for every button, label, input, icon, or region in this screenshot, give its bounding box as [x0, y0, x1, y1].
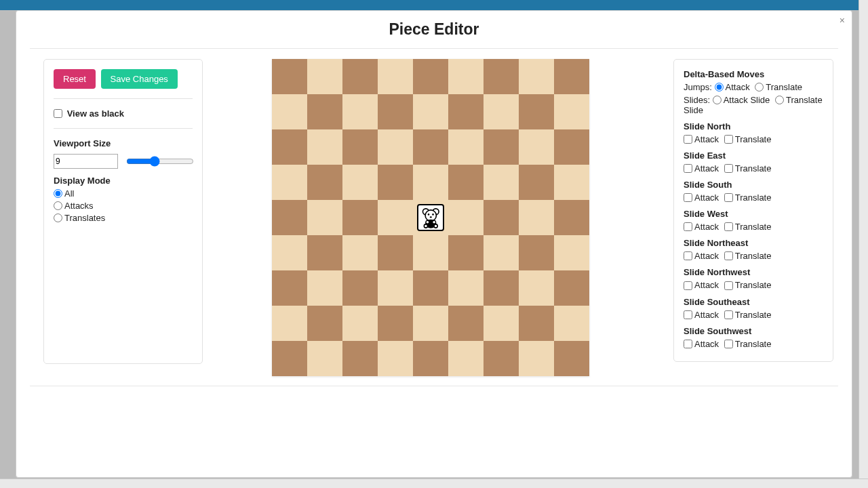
display-mode-radio[interactable] [54, 201, 62, 210]
jump-radio[interactable] [715, 83, 724, 92]
slide-east-attack-checkbox[interactable] [684, 164, 692, 173]
board-square[interactable] [378, 129, 413, 165]
bear-piece-icon[interactable] [417, 204, 445, 232]
board-square[interactable] [272, 306, 307, 341]
board-square[interactable] [413, 306, 448, 341]
board-square[interactable] [307, 270, 342, 306]
board-square[interactable] [554, 94, 589, 129]
board-square[interactable] [519, 165, 554, 200]
board-square[interactable] [342, 200, 378, 235]
board-square[interactable] [448, 200, 484, 235]
board-square[interactable] [307, 129, 342, 165]
board-square[interactable] [413, 235, 448, 270]
board-square[interactable] [448, 341, 484, 376]
board-square[interactable] [272, 59, 307, 94]
save-button[interactable]: Save Changes [101, 69, 178, 89]
slide-northwest-translate-checkbox[interactable] [724, 281, 733, 290]
slide-southeast-attack-checkbox[interactable] [684, 310, 692, 319]
board-square[interactable] [378, 94, 413, 129]
slide-northeast-translate[interactable]: Translate [724, 251, 772, 261]
display-mode-radio[interactable] [54, 214, 62, 222]
slide-northeast-attack-checkbox[interactable] [684, 251, 692, 260]
slide-west-attack-checkbox[interactable] [684, 222, 692, 231]
board-square[interactable] [519, 129, 554, 165]
slide-north-translate[interactable]: Translate [724, 134, 772, 144]
jump-radio[interactable] [755, 83, 764, 92]
slide-west-translate[interactable]: Translate [724, 222, 772, 232]
board-square[interactable] [272, 94, 307, 129]
board-square[interactable] [484, 59, 519, 94]
slide-west-translate-checkbox[interactable] [724, 222, 733, 231]
board-square[interactable] [307, 306, 342, 341]
horizontal-scrollbar[interactable] [0, 479, 868, 488]
board-square[interactable] [448, 94, 484, 129]
board-square[interactable] [378, 59, 413, 94]
board-square[interactable] [272, 235, 307, 270]
board-square[interactable] [554, 306, 589, 341]
slide-east-attack[interactable]: Attack [684, 163, 719, 174]
slide-east-translate[interactable]: Translate [724, 163, 772, 174]
board-square[interactable] [519, 341, 554, 376]
board-square[interactable] [378, 200, 413, 235]
slide-southeast-translate[interactable]: Translate [724, 310, 772, 320]
board-square[interactable] [272, 165, 307, 200]
board-square[interactable] [554, 235, 589, 270]
board-square[interactable] [448, 235, 484, 270]
display-mode-label[interactable]: Attacks [54, 201, 94, 211]
board-square[interactable] [413, 129, 448, 165]
board-square[interactable] [378, 165, 413, 200]
slide-radio[interactable] [713, 96, 722, 104]
board-square[interactable] [413, 165, 448, 200]
slide-northwest-translate[interactable]: Translate [724, 280, 772, 290]
slide-radio[interactable] [775, 96, 784, 104]
jump-option[interactable]: Translate [755, 82, 802, 92]
board-square[interactable] [448, 165, 484, 200]
slide-north-attack-checkbox[interactable] [684, 135, 692, 144]
close-icon[interactable]: × [840, 15, 845, 26]
board-square[interactable] [413, 94, 448, 129]
board-square[interactable] [272, 341, 307, 376]
board-square[interactable] [519, 200, 554, 235]
slide-southeast-translate-checkbox[interactable] [724, 310, 733, 319]
board-square[interactable] [378, 341, 413, 376]
jump-option[interactable]: Attack [715, 82, 750, 92]
slide-northeast-attack[interactable]: Attack [684, 251, 719, 261]
board-square[interactable] [342, 235, 378, 270]
view-black-checkbox[interactable] [54, 109, 62, 118]
board-square[interactable] [307, 200, 342, 235]
board-square[interactable] [448, 59, 484, 94]
slide-option[interactable]: Attack Slide [713, 95, 770, 105]
board-square[interactable] [484, 165, 519, 200]
board-square[interactable] [342, 59, 378, 94]
board-square[interactable] [448, 129, 484, 165]
board-square[interactable] [484, 129, 519, 165]
board-square[interactable] [272, 200, 307, 235]
board-square[interactable] [519, 94, 554, 129]
board-square[interactable] [484, 270, 519, 306]
board-square[interactable] [484, 306, 519, 341]
board-square[interactable] [448, 270, 484, 306]
board-square[interactable] [554, 129, 589, 165]
board-square[interactable] [484, 94, 519, 129]
slide-southwest-attack-checkbox[interactable] [684, 340, 692, 348]
vertical-scrollbar[interactable] [859, 0, 868, 479]
board-square[interactable] [519, 59, 554, 94]
board-square[interactable] [342, 94, 378, 129]
board-square[interactable] [484, 235, 519, 270]
board-square[interactable] [413, 341, 448, 376]
board-square[interactable] [378, 270, 413, 306]
slide-south-attack-checkbox[interactable] [684, 193, 692, 202]
slide-northwest-attack[interactable]: Attack [684, 280, 719, 290]
board-square[interactable] [307, 94, 342, 129]
board-square[interactable] [554, 165, 589, 200]
slide-northeast-translate-checkbox[interactable] [724, 251, 733, 260]
slide-east-translate-checkbox[interactable] [724, 164, 733, 173]
board-square[interactable] [378, 306, 413, 341]
slide-north-attack[interactable]: Attack [684, 134, 719, 144]
display-mode-label[interactable]: All [54, 188, 74, 199]
board-square[interactable] [413, 59, 448, 94]
reset-button[interactable]: Reset [54, 69, 96, 89]
board-square[interactable] [484, 200, 519, 235]
board-square[interactable] [272, 270, 307, 306]
board-square[interactable] [554, 341, 589, 376]
